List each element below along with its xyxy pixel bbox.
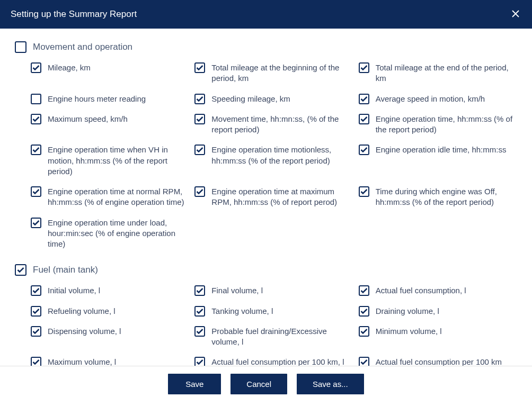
section-header: Movement and operation: [15, 41, 517, 53]
checkbox-item: Engine operation time, hh:mm:ss (% of th…: [359, 114, 517, 136]
item-checkbox[interactable]: [31, 94, 41, 104]
checkbox-item: Final volume, l: [194, 285, 353, 296]
item-checkbox[interactable]: [194, 285, 205, 296]
item-checkbox[interactable]: [31, 186, 41, 197]
save-as-button[interactable]: Save as...: [297, 374, 364, 394]
checkbox-item: Refueling volume, l: [31, 306, 189, 317]
checkbox-item: Draining volume, l: [359, 306, 517, 317]
item-checkbox[interactable]: [194, 145, 205, 155]
checkbox-item: Total mileage at the end of the period, …: [359, 62, 517, 84]
item-label: Minimum volume, l: [376, 326, 442, 337]
item-label: Draining volume, l: [376, 306, 439, 317]
section-header: Fuel (main tank): [15, 264, 517, 276]
item-checkbox[interactable]: [359, 145, 369, 155]
item-label: Engine operation time under load, hour:m…: [48, 218, 189, 250]
item-label: Probable fuel draining/Excessive volume,…: [211, 326, 353, 348]
item-checkbox[interactable]: [194, 326, 205, 337]
cancel-button[interactable]: Cancel: [230, 374, 287, 394]
checkbox-item: Engine operation time under load, hour:m…: [31, 218, 189, 250]
item-label: Engine operation time at normal RPM, hh:…: [48, 186, 189, 208]
item-checkbox[interactable]: [359, 62, 369, 73]
item-label: Total mileage at the end of the period, …: [376, 62, 517, 84]
dialog-title: Setting up the Summary Report: [11, 9, 137, 20]
checkbox-item: Minimum volume, l: [359, 326, 517, 348]
checkbox-item: Engine operation time at normal RPM, hh:…: [31, 186, 189, 208]
item-label: Final volume, l: [211, 285, 263, 296]
item-checkbox[interactable]: [194, 186, 205, 197]
item-label: Actual fuel consumption per 100 km, l: [211, 357, 344, 366]
item-checkbox[interactable]: [31, 62, 41, 73]
checkbox-item: Actual fuel consumption per 100 km when …: [359, 357, 517, 366]
item-checkbox[interactable]: [359, 186, 369, 197]
item-label: Engine operation time when VH in motion,…: [48, 145, 189, 177]
item-checkbox[interactable]: [31, 114, 41, 124]
section-movement: Movement and operationMileage, kmTotal m…: [15, 41, 517, 249]
checkbox-item: Actual fuel consumption, l: [359, 285, 517, 296]
item-label: Engine operation idle time, hh:mm:ss: [376, 145, 507, 155]
checkbox-item: Speeding mileage, km: [194, 94, 353, 104]
item-label: Maximum volume, l: [48, 357, 116, 366]
section-grid: Initial volume, lFinal volume, lActual f…: [15, 285, 517, 366]
checkbox-item: Engine operation time at maximum RPM, hh…: [194, 186, 353, 208]
section-grid: Mileage, kmTotal mileage at the beginnin…: [15, 62, 517, 249]
save-button[interactable]: Save: [168, 374, 221, 394]
item-label: Engine operation time at maximum RPM, hh…: [211, 186, 353, 208]
item-label: Engine hours meter reading: [48, 94, 146, 104]
item-checkbox[interactable]: [359, 306, 369, 317]
section-checkbox-movement[interactable]: [15, 41, 26, 53]
item-checkbox[interactable]: [194, 357, 205, 366]
item-label: Tanking volume, l: [211, 306, 273, 317]
item-label: Total mileage at the beginning of the pe…: [211, 62, 353, 84]
item-checkbox[interactable]: [194, 306, 205, 317]
item-label: Actual fuel consumption per 100 km when …: [376, 357, 517, 366]
checkbox-item: Average speed in motion, km/h: [359, 94, 517, 104]
checkbox-item: Engine operation time when VH in motion,…: [31, 145, 189, 177]
item-checkbox[interactable]: [359, 357, 369, 366]
checkbox-item: Engine operation time motionless, hh:mm:…: [194, 145, 353, 177]
checkbox-item: Engine hours meter reading: [31, 94, 189, 104]
item-checkbox[interactable]: [31, 285, 41, 296]
checkbox-item: Tanking volume, l: [194, 306, 353, 317]
item-checkbox[interactable]: [194, 94, 205, 104]
item-checkbox[interactable]: [359, 94, 369, 104]
checkbox-item: Total mileage at the beginning of the pe…: [194, 62, 353, 84]
section-title: Movement and operation: [33, 41, 132, 52]
item-label: Maximum speed, km/h: [48, 114, 128, 124]
item-label: Mileage, km: [48, 62, 91, 73]
dialog-body[interactable]: Movement and operationMileage, kmTotal m…: [0, 29, 532, 366]
item-label: Movement time, hh:mn:ss, (% of the repor…: [211, 114, 353, 136]
item-label: Dispensing volume, l: [48, 326, 121, 337]
item-label: Refueling volume, l: [48, 306, 116, 317]
checkbox-item: Maximum volume, l: [31, 357, 189, 366]
item-label: Engine operation time motionless, hh:mm:…: [211, 145, 353, 166]
dialog-footer: Save Cancel Save as...: [0, 366, 532, 406]
section-title: Fuel (main tank): [33, 264, 98, 275]
checkbox-item: Movement time, hh:mn:ss, (% of the repor…: [194, 114, 353, 136]
item-checkbox[interactable]: [31, 145, 41, 155]
checkbox-item: Probable fuel draining/Excessive volume,…: [194, 326, 353, 348]
item-label: Average speed in motion, km/h: [376, 94, 485, 104]
item-checkbox[interactable]: [194, 114, 205, 124]
item-label: Actual fuel consumption, l: [376, 285, 466, 296]
item-checkbox[interactable]: [359, 114, 369, 124]
section-fuel: Fuel (main tank)Initial volume, lFinal v…: [15, 264, 517, 366]
checkbox-item: Actual fuel consumption per 100 km, l: [194, 357, 353, 366]
dialog-header: Setting up the Summary Report: [0, 0, 532, 29]
item-checkbox[interactable]: [194, 62, 205, 73]
checkbox-item: Engine operation idle time, hh:mm:ss: [359, 145, 517, 177]
checkbox-item: Mileage, km: [31, 62, 189, 84]
item-checkbox[interactable]: [359, 326, 369, 337]
item-checkbox[interactable]: [359, 285, 369, 296]
item-checkbox[interactable]: [31, 306, 41, 317]
item-checkbox[interactable]: [31, 357, 41, 366]
item-checkbox[interactable]: [31, 218, 41, 228]
checkbox-item: Dispensing volume, l: [31, 326, 189, 348]
item-label: Initial volume, l: [48, 285, 100, 296]
item-label: Time during which engine was Off, hh:mm:…: [376, 186, 517, 208]
section-checkbox-fuel[interactable]: [15, 264, 26, 276]
checkbox-item: Initial volume, l: [31, 285, 189, 296]
item-checkbox[interactable]: [31, 326, 41, 337]
checkbox-item: Time during which engine was Off, hh:mm:…: [359, 186, 517, 208]
close-icon[interactable]: [510, 7, 521, 21]
item-label: Engine operation time, hh:mm:ss (% of th…: [376, 114, 517, 136]
